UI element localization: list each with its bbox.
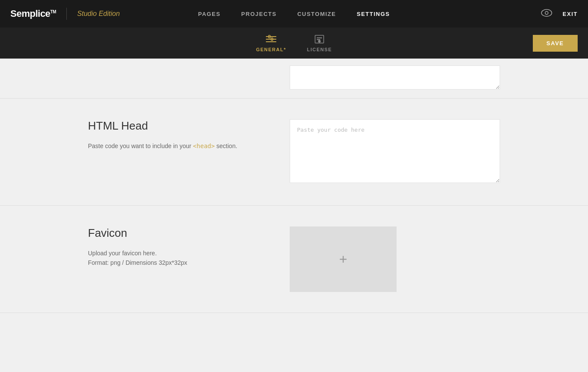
favicon-desc-line1: Upload your favicon here. (88, 250, 157, 257)
nav-links: PAGES PROJECTS CUSTOMIZE SETTINGS (198, 11, 390, 17)
license-icon (313, 34, 325, 45)
tab-general[interactable]: GENERAL* (256, 34, 286, 52)
svg-rect-8 (317, 37, 322, 38)
tab-general-label: GENERAL* (256, 47, 286, 52)
html-head-desc-prefix: Paste code you want to include in your (88, 143, 193, 149)
logo-tm: TM (50, 9, 56, 14)
nav-pages[interactable]: PAGES (198, 11, 221, 17)
studio-edition-label: Studio Edition (77, 10, 120, 18)
main-content: HTML Head Paste code you want to include… (0, 59, 588, 313)
tab-license[interactable]: LICENSE (307, 34, 332, 52)
favicon-description: Upload your favicon here. Format: png / … (88, 248, 269, 268)
favicon-layout: Favicon Upload your favicon here. Format… (88, 226, 500, 292)
plus-icon: + (339, 251, 347, 267)
settings-tabs: GENERAL* LICENSE (256, 34, 332, 52)
favicon-desc-line2: Format: png / Dimensions 32px*32px (88, 259, 187, 266)
favicon-upload-button[interactable]: + (290, 226, 397, 292)
logo-area: SempliceTM Studio Edition (10, 8, 120, 20)
preview-icon[interactable] (541, 9, 552, 19)
favicon-section: Favicon Upload your favicon here. Format… (0, 206, 588, 313)
general-icon (265, 34, 277, 45)
nav-projects[interactable]: PROJECTS (241, 11, 277, 17)
html-head-description: Paste code you want to include in your <… (88, 141, 269, 151)
nav-settings[interactable]: SETTINGS (357, 11, 390, 17)
top-code-textarea[interactable] (290, 65, 500, 90)
svg-rect-2 (266, 36, 276, 37)
html-head-code-tag: <head> (193, 143, 215, 149)
svg-rect-4 (266, 41, 276, 42)
nav-right: EXIT (541, 9, 578, 19)
html-head-right (290, 119, 500, 185)
nav-customize[interactable]: CUSTOMIZE (297, 11, 336, 17)
settings-navigation: GENERAL* LICENSE SAVE (0, 28, 588, 59)
html-head-left: HTML Head Paste code you want to include… (88, 119, 269, 185)
svg-point-1 (545, 11, 548, 14)
favicon-title: Favicon (88, 226, 269, 240)
save-button[interactable]: SAVE (533, 35, 578, 52)
exit-button[interactable]: EXIT (563, 11, 578, 17)
favicon-left: Favicon Upload your favicon here. Format… (88, 226, 269, 292)
html-head-desc-suffix: section. (215, 143, 237, 149)
html-head-layout: HTML Head Paste code you want to include… (88, 119, 500, 185)
html-head-title: HTML Head (88, 119, 269, 133)
svg-point-0 (541, 9, 552, 16)
tab-license-label: LICENSE (307, 47, 332, 52)
html-head-section: HTML Head Paste code you want to include… (0, 99, 588, 206)
top-navigation: SempliceTM Studio Edition PAGES PROJECTS… (0, 0, 588, 28)
svg-rect-9 (317, 39, 320, 40)
logo: SempliceTM (10, 8, 56, 19)
favicon-right: + (290, 226, 500, 292)
logo-divider (66, 8, 67, 20)
html-head-textarea[interactable] (290, 119, 500, 183)
